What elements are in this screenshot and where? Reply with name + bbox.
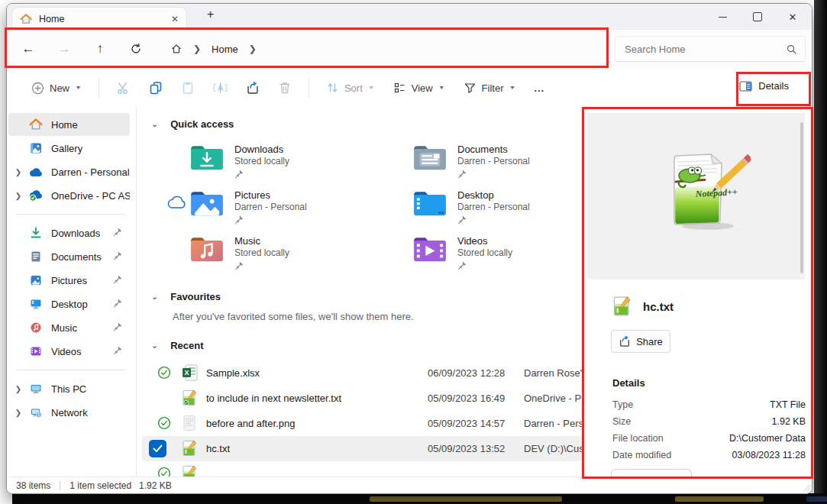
pictures-icon — [28, 273, 44, 288]
rename-button[interactable]: A — [204, 76, 237, 99]
section-recent[interactable]: ⌄ Recent — [151, 340, 204, 351]
chevron-down-icon: ⌄ — [151, 341, 158, 351]
detail-row-size: Size 1.92 KB — [612, 416, 806, 431]
sort-button-label: Sort — [344, 82, 363, 94]
cut-button[interactable] — [107, 76, 140, 100]
file-row-partial[interactable] — [142, 461, 582, 477]
documents-icon — [28, 249, 44, 264]
sidebar-item-desktop[interactable]: Desktop — [8, 292, 130, 315]
section-quick-access[interactable]: ⌄ Quick access — [151, 118, 234, 130]
sidebar-item-videos[interactable]: Videos — [8, 340, 130, 363]
sidebar-item-onedrive-pc[interactable]: ❯ OneDrive - PC ASSI — [8, 184, 130, 207]
breadcrumb[interactable]: ❯ Home ❯ — [161, 36, 266, 62]
sidebar-item-label: Documents — [51, 251, 102, 263]
minimize-button[interactable] — [705, 4, 740, 30]
tab-home[interactable]: Home ✕ — [11, 7, 187, 30]
refresh-icon — [130, 43, 142, 55]
notepad-file-icon — [182, 389, 198, 406]
refresh-button[interactable] — [124, 37, 148, 61]
view-button-label: View — [412, 82, 433, 94]
recent-files-list: X Sample.xlsx 06/09/2023 12:28 Darren Ro… — [137, 357, 585, 477]
sidebar-item-music[interactable]: Music — [8, 316, 130, 339]
selected-checkbox[interactable] — [149, 440, 166, 457]
file-date: 06/09/2023 12:28 — [428, 367, 505, 379]
sidebar-item-home[interactable]: Home — [8, 113, 130, 136]
sidebar-item-label: Home — [51, 119, 78, 131]
pin-icon — [234, 215, 307, 225]
detail-row-type: Type TXT File — [612, 399, 806, 415]
new-tab-button[interactable]: + — [207, 8, 214, 21]
maximize-button[interactable] — [740, 4, 775, 30]
sidebar-item-label: Music — [51, 322, 77, 334]
sidebar-item-label: Gallery — [51, 143, 82, 154]
detail-label: File location — [612, 433, 664, 444]
sync-status-icon — [157, 366, 171, 380]
tab-close-icon[interactable]: ✕ — [171, 14, 179, 24]
image-file-icon — [182, 415, 198, 431]
pane-scrollbar[interactable] — [800, 122, 803, 273]
back-button[interactable]: ← — [16, 37, 40, 61]
details-toggle-button[interactable]: Details — [730, 75, 798, 97]
sidebar-item-this-pc[interactable]: ❯ This PC — [8, 377, 130, 400]
pin-icon — [113, 251, 122, 260]
file-row-before-after-png[interactable]: before and after.png 05/09/2023 14:57 Da… — [142, 411, 582, 436]
pin-icon — [457, 261, 512, 270]
tile-downloads[interactable]: Downloads Stored locally — [166, 143, 389, 189]
view-button[interactable]: View ▼ — [384, 77, 454, 99]
more-options-button[interactable]: ... — [525, 78, 554, 99]
share-button[interactable]: Share — [611, 330, 670, 353]
tile-subtitle: Darren - Personal — [457, 156, 530, 166]
tile-subtitle: Stored locally — [457, 247, 512, 258]
breadcrumb-item-home[interactable]: Home — [212, 44, 238, 55]
toolbar-divider — [309, 78, 309, 98]
desktop-folder-icon — [412, 189, 447, 218]
new-button[interactable]: New ▼ — [22, 77, 91, 99]
detail-label: Size — [612, 416, 631, 427]
search-input[interactable] — [623, 43, 786, 56]
tile-name: Downloads — [234, 144, 289, 155]
notepad-file-icon — [182, 465, 198, 477]
file-row-hc-txt[interactable]: hc.txt 05/09/2023 13:52 DEV (D:)\Custome… — [142, 436, 582, 461]
excel-file-icon: X — [182, 364, 198, 381]
filter-button[interactable]: Filter ▼ — [454, 77, 525, 99]
forward-button[interactable]: → — [52, 37, 76, 61]
sort-button[interactable]: Sort ▼ — [317, 77, 384, 99]
sidebar-item-documents[interactable]: Documents — [8, 245, 130, 268]
onedrive-cloud-icon — [28, 164, 44, 179]
close-button[interactable]: ✕ — [775, 4, 810, 30]
videos-folder-icon — [412, 234, 447, 263]
onedrive-synced-cloud-icon — [28, 188, 44, 203]
sidebar-item-downloads[interactable]: Downloads — [8, 221, 130, 244]
delete-button[interactable] — [269, 76, 301, 99]
sort-icon — [326, 82, 339, 94]
tile-documents[interactable]: Documents Darren - Personal — [389, 143, 585, 189]
share-button-toolbar[interactable] — [237, 76, 269, 99]
sidebar-item-gallery[interactable]: Gallery — [8, 137, 130, 160]
file-row-sample-xlsx[interactable]: X Sample.xlsx 06/09/2023 12:28 Darren Ro… — [142, 360, 582, 386]
sidebar-item-pictures[interactable]: Pictures — [8, 269, 130, 292]
pin-icon — [457, 215, 530, 225]
detail-row-date-modified: Date modified 03/08/2023 11:28 — [612, 450, 806, 465]
chevron-right-icon: ❯ — [8, 385, 28, 393]
sidebar-item-label: Desktop — [51, 299, 88, 310]
tile-music[interactable]: Music Stored locally — [166, 234, 389, 280]
tile-desktop[interactable]: Desktop Darren - Personal — [389, 189, 585, 234]
section-favourites[interactable]: ⌄ Favourites — [151, 291, 221, 302]
copy-button[interactable] — [140, 76, 172, 99]
file-name: hc.txt — [206, 443, 230, 454]
screenshot-canvas: Home ✕ + ✕ ← → ↑ ❯ Home ❯ — [0, 0, 827, 504]
paste-button[interactable] — [172, 76, 204, 99]
file-row-newsletter-txt[interactable]: to include in next newsletter.txt 05/09/… — [142, 386, 582, 411]
sidebar-item-darren-personal[interactable]: ❯ Darren - Personal — [8, 160, 130, 183]
detail-value: TXT File — [770, 399, 806, 410]
resize-grip[interactable] — [803, 484, 810, 492]
file-name: before and after.png — [206, 418, 295, 429]
search-box[interactable] — [615, 36, 806, 62]
sidebar-item-network[interactable]: ❯ Network — [8, 401, 130, 424]
up-button[interactable]: ↑ — [88, 37, 112, 61]
desktop-icon — [28, 296, 44, 312]
forward-icon: → — [58, 41, 71, 57]
selection-size: 1.92 KB — [139, 480, 172, 491]
tile-videos[interactable]: Videos Stored locally — [389, 234, 585, 280]
tile-pictures[interactable]: Pictures Darren - Personal — [166, 189, 389, 234]
